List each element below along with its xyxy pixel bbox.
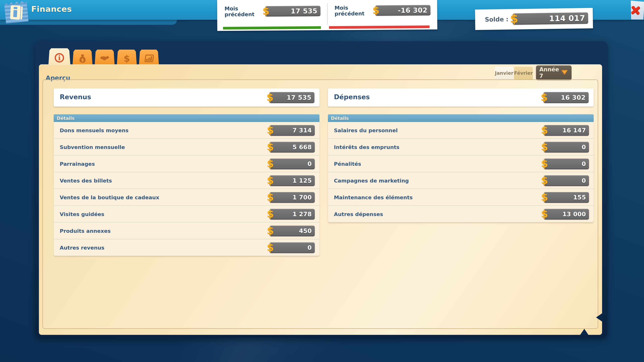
detail-label: Autres dépenses <box>334 211 383 217</box>
finance-detail-row: Campagnes de marketing $ 0 <box>328 172 594 189</box>
finance-detail-row: Pénalités $ 0 <box>328 156 594 172</box>
dollar-icon: $ <box>267 225 274 237</box>
detail-value: 0 <box>582 144 586 150</box>
balance-panel: Solde : $ 114 017 <box>475 8 593 30</box>
detail-value-pill: $ 0 <box>544 142 589 152</box>
dollar-icon: $ <box>510 12 518 26</box>
detail-value: 16 147 <box>562 127 586 134</box>
finance-detail-row: Autres dépenses $ 13 000 <box>328 206 594 223</box>
previous-month-expense-label: Mois précédent <box>334 5 373 16</box>
detail-value: 155 <box>573 194 586 201</box>
expense-total-value: 16 302 <box>561 94 586 101</box>
overview-panel: Aperçu JanvierFévrier Année 7 Revenus $ … <box>39 64 602 335</box>
dollar-icon: $ <box>124 53 130 64</box>
balance-label: Solde : <box>485 16 508 23</box>
window-resize-handle[interactable] <box>587 320 602 335</box>
detail-label: Subvention mensuelle <box>60 144 125 150</box>
detail-value: 7 314 <box>292 127 312 134</box>
previous-month-expense: Mois précédent $ -16 302 <box>327 0 437 30</box>
dollar-icon: $ <box>267 191 274 203</box>
chevron-down-icon <box>561 69 568 76</box>
finance-detail-row: Maintenance des éléments $ 155 <box>328 189 594 206</box>
tab-history[interactable] <box>139 50 159 66</box>
detail-value-pill: $ 155 <box>544 192 589 203</box>
expense-summary-card: Dépenses $ 16 302 <box>328 88 594 107</box>
finance-detail-row: Autres revenus $ 0 <box>54 239 320 256</box>
detail-label: Campagnes de marketing <box>334 178 409 184</box>
detail-label: Maintenance des éléments <box>334 194 412 200</box>
balance-value: 114 017 <box>549 13 585 23</box>
dollar-icon: $ <box>541 208 548 220</box>
detail-value-pill: $ 16 147 <box>544 125 589 136</box>
previous-month-income-pill: $ 17 535 <box>265 6 320 16</box>
handshake-icon <box>100 54 110 63</box>
detail-label: Ventes des billets <box>60 178 112 184</box>
expense-column: Dépenses $ 16 302 Détails Salaires du pe… <box>328 88 594 223</box>
dollar-icon: $ <box>262 5 270 17</box>
dollar-icon: $ <box>541 158 548 169</box>
detail-value-pill: $ 0 <box>544 175 589 186</box>
info-icon: i <box>55 53 64 62</box>
resize-notch-right <box>596 313 602 322</box>
detail-value: 13 000 <box>562 211 586 218</box>
detail-value-pill: $ 0 <box>270 159 315 169</box>
tab-overview[interactable]: i <box>48 48 70 66</box>
month-tabs: JanvierFévrier <box>495 67 533 80</box>
detail-value-pill: $ 0 <box>544 159 589 169</box>
detail-label: Pénalités <box>334 161 361 167</box>
income-summary-card: Revenus $ 17 535 <box>54 88 320 107</box>
detail-value-pill: $ 1 700 <box>270 192 315 203</box>
detail-value: 1 125 <box>292 177 312 184</box>
tab-donations[interactable]: $ <box>72 50 92 66</box>
detail-value-pill: $ 13 000 <box>544 209 589 220</box>
previous-month-income-label: Mois précédent <box>224 5 263 17</box>
dollar-icon: $ <box>267 141 274 153</box>
moneybag-icon: $ <box>78 54 88 63</box>
dollar-icon: $ <box>541 191 548 203</box>
svg-text:$: $ <box>81 57 84 62</box>
dollar-icon: $ <box>541 124 548 136</box>
detail-value: 0 <box>582 161 586 167</box>
finance-detail-row: Subvention mensuelle $ 5 668 <box>54 139 320 156</box>
detail-label: Visites guidées <box>60 211 104 217</box>
tab-sponsorships[interactable] <box>94 50 115 66</box>
year-dropdown[interactable]: Année 7 <box>536 65 572 80</box>
finance-detail-row: Parrainages $ 0 <box>54 156 320 172</box>
detail-value: 450 <box>299 228 312 234</box>
expense-detail-rows: Salaires du personnel $ 16 147 Intérêts … <box>328 122 594 223</box>
finance-detail-row: Ventes de la boutique de cadeaux $ 1 700 <box>54 189 320 206</box>
tab-loans[interactable]: $ <box>117 50 137 66</box>
dollar-icon: $ <box>541 141 548 153</box>
finance-detail-row: Salaires du personnel $ 16 147 <box>328 122 594 139</box>
detail-label: Salaires du personnel <box>334 127 398 133</box>
detail-value: 0 <box>308 161 312 167</box>
income-total-pill: $ 17 535 <box>269 92 314 103</box>
dollar-icon: $ <box>267 124 274 136</box>
dollar-icon: $ <box>267 242 274 253</box>
previous-month-expense-value: -16 302 <box>398 6 428 14</box>
finance-detail-row: Produits annexes $ 450 <box>54 223 320 239</box>
previous-month-income-value: 17 535 <box>291 7 318 15</box>
finance-detail-row: Ventes des billets $ 1 125 <box>54 172 320 189</box>
ledger-book-icon <box>10 5 21 20</box>
detail-label: Dons mensuels moyens <box>60 127 129 133</box>
details-header-label: Détails <box>331 116 349 121</box>
detail-value: 1 278 <box>292 211 312 218</box>
page-title: Finances <box>31 4 72 13</box>
finances-window: i$$ Aperçu JanvierFévrier Année 7 Revenu… <box>35 41 608 338</box>
month-tab-janvier[interactable]: Janvier <box>495 67 514 80</box>
dollar-icon: $ <box>267 208 274 220</box>
detail-value: 0 <box>582 177 586 184</box>
previous-month-expense-pill: $ -16 302 <box>375 5 430 16</box>
previous-month-summary-panel: Mois précédent $ 17 535 Mois précédent $… <box>217 0 437 31</box>
finance-detail-row: Intérêts des emprunts $ 0 <box>328 139 594 156</box>
finance-detail-row: Visites guidées $ 1 278 <box>54 206 320 223</box>
income-column: Revenus $ 17 535 Détails Dons mensuels m… <box>54 88 320 256</box>
detail-value-pill: $ 1 278 <box>270 209 315 220</box>
detail-value-pill: $ 0 <box>270 242 315 253</box>
detail-label: Autres revenus <box>60 245 104 251</box>
month-tab-février[interactable]: Février <box>514 67 533 80</box>
detail-label: Produits annexes <box>60 228 111 234</box>
expense-title: Dépenses <box>334 93 370 101</box>
bar-chart-icon <box>144 54 154 63</box>
